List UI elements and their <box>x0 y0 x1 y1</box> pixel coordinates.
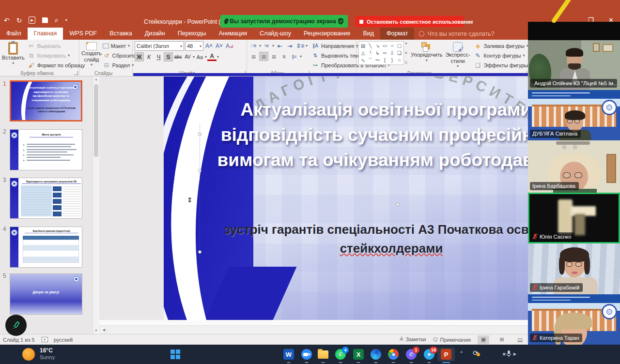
annotation-tool-button[interactable] <box>5 315 27 336</box>
tab-file[interactable]: Файл <box>0 28 28 40</box>
thumbnail-slide-2[interactable]: Мета зустрічі ➤➤➤➤ <box>10 129 82 170</box>
taskbar-powerpoint-active[interactable]: P <box>437 348 455 361</box>
shape-star-icon[interactable]: ☆ <box>396 57 403 64</box>
tab-transitions[interactable]: Переходы <box>171 28 213 40</box>
taskbar-chrome[interactable] <box>386 348 401 361</box>
participant-tile[interactable]: Андрій Олійник КЗ "Ліцей №5 ім… <box>528 40 620 90</box>
tray-sync-icon[interactable]: ⟳ <box>473 349 479 357</box>
print-preview-icon[interactable]: ⌕ <box>55 16 59 24</box>
copy-button[interactable]: ⧉Копировать▾ <box>27 51 86 60</box>
taskbar-viber[interactable]: ✆1 <box>403 348 419 361</box>
undo-icon[interactable]: ↶ <box>4 16 10 24</box>
justify-icon[interactable]: ≣ <box>279 52 289 61</box>
character-spacing-toggle[interactable]: AV <box>183 52 192 61</box>
shape-triangle-icon[interactable]: △ <box>359 49 367 57</box>
tab-slideshow[interactable]: Слайд-шоу <box>253 28 297 40</box>
shrink-font-icon[interactable]: A˅ <box>215 42 224 51</box>
weather-condition[interactable]: Sunny <box>40 354 55 360</box>
qat-customize-icon[interactable]: ▾ <box>65 18 67 22</box>
stop-sharing-button[interactable]: Остановить совместное использование <box>355 16 464 27</box>
selection-handle[interactable] <box>198 250 202 254</box>
tab-home[interactable]: Главная <box>28 28 63 40</box>
reset-button[interactable]: ↺Сбросить <box>102 51 137 60</box>
numbering-icon[interactable]: ¹≡ <box>262 41 271 50</box>
shape-elbow-arrow-icon[interactable]: ↳ <box>374 49 381 57</box>
reading-view-button[interactable]: 🕮 <box>514 335 526 344</box>
selection-handle[interactable] <box>198 169 202 172</box>
shape-callout-icon[interactable]: ❏ <box>396 49 403 57</box>
language-indicator[interactable]: русский <box>54 337 73 343</box>
paste-button[interactable]: Вставить ▾ <box>2 41 25 70</box>
shape-arc-icon[interactable]: ⌒ <box>367 57 374 64</box>
redo-icon[interactable]: ↻ <box>16 16 22 24</box>
clipboard-dialog-launcher-icon[interactable] <box>74 71 78 75</box>
tray-chevron-icon[interactable]: ⌃ <box>459 350 464 357</box>
notes-button[interactable]: ≜Заметки <box>399 336 426 343</box>
start-button[interactable] <box>168 348 183 361</box>
tab-wps-pdf[interactable]: WPS PDF <box>63 28 103 40</box>
selection-handle[interactable] <box>488 139 491 143</box>
cut-button[interactable]: ✂Вырезать <box>27 41 86 50</box>
align-right-icon[interactable]: ▤ <box>269 52 279 61</box>
shape-fill-button[interactable]: ◈Заливка фигуры▾ <box>473 41 533 50</box>
grow-font-icon[interactable]: A˄ <box>204 42 214 51</box>
shape-right-arrow-icon[interactable]: ⇨ <box>381 49 388 57</box>
thumbnails-scrollbar[interactable]: ▲ ▼ <box>93 76 99 334</box>
align-center-icon[interactable]: ▤ <box>259 52 268 61</box>
participant-tile[interactable]: Ірина Гарабажій <box>528 243 620 294</box>
tab-insert[interactable]: Вставка <box>103 28 138 40</box>
normal-view-button[interactable]: ▣ <box>478 335 489 344</box>
shape-brace-right-icon[interactable]: } <box>388 57 396 64</box>
tab-design[interactable]: Дизайн <box>139 28 171 40</box>
participant-tile[interactable]: Катерина Таран <box>528 294 620 345</box>
thumbnail-slide-1[interactable]: Актуалізація освітньої програми відповід… <box>10 80 82 121</box>
tab-animation[interactable]: Анимация <box>212 28 253 40</box>
shape-line-icon[interactable]: ╲ <box>367 42 374 49</box>
selection-handle[interactable] <box>396 203 399 206</box>
start-slideshow-icon[interactable]: ▸ <box>29 16 35 24</box>
shape-scribble-icon[interactable]: ∿ <box>359 57 367 64</box>
comments-button[interactable]: 🗨Примечания <box>433 337 471 343</box>
taskbar-explorer[interactable] <box>315 348 331 361</box>
shape-oval-icon[interactable]: ○ <box>388 42 396 49</box>
shape-curve-icon[interactable]: 〜 <box>374 57 381 64</box>
shape-rounded-rectangle-icon[interactable]: ▢ <box>396 42 403 49</box>
taskbar-whatsapp[interactable]: ✆4 <box>333 348 348 361</box>
strikethrough-toggle[interactable]: abc <box>173 52 183 61</box>
scrollbar-thumb[interactable] <box>94 84 98 157</box>
scroll-up-icon[interactable]: ▲ <box>94 77 98 81</box>
line-spacing-icon[interactable]: ⇕≡ <box>295 41 305 50</box>
tell-me-box[interactable]: Что вы хотите сделать? <box>414 28 499 40</box>
taskbar-excel[interactable]: X <box>351 348 366 361</box>
shapes-scroll-up-icon[interactable]: ▲ <box>404 41 408 45</box>
shape-down-arrow-icon[interactable]: ⇩ <box>388 49 396 57</box>
shape-brace-left-icon[interactable]: { <box>381 57 388 64</box>
change-case-toggle[interactable]: Aa <box>195 52 204 61</box>
taskbar-zoom[interactable] <box>299 348 314 361</box>
participant-tile[interactable]: ДУБ'ЯГА Світлана <box>528 90 620 140</box>
format-painter-button[interactable]: 🖌Формат по образцу <box>27 61 86 70</box>
weather-sun-icon[interactable] <box>22 348 35 361</box>
section-button[interactable]: ⊟Раздел▾ <box>102 61 137 70</box>
align-left-icon[interactable]: ▤ <box>249 52 258 61</box>
shapes-more-icon[interactable]: ᙭ <box>405 61 408 65</box>
font-size-combo[interactable]: 48▾ <box>185 41 203 51</box>
thumbnail-slide-4[interactable]: Виробнича практика (педагогічна) <box>10 227 82 268</box>
tab-view[interactable]: Вид <box>356 28 380 40</box>
selection-handle[interactable] <box>198 133 202 136</box>
underline-toggle[interactable]: Ч <box>154 52 163 61</box>
bullets-icon[interactable]: ∷≡ <box>249 41 258 50</box>
thumbnail-slide-5[interactable]: Дякую за увагу! <box>10 273 82 315</box>
shape-textbox-icon[interactable]: ▤ <box>359 42 367 49</box>
new-slide-button[interactable]: ✦ Создать слайд ▾ <box>81 41 102 70</box>
tray-microphone-icon[interactable]: 𝄪 <box>503 349 512 357</box>
clear-format-icon[interactable]: A◢ <box>225 42 234 51</box>
weather-temperature[interactable]: 16°C <box>40 347 53 354</box>
shape-elbow-icon[interactable]: └ <box>367 49 374 57</box>
layout-button[interactable]: Макет▾ <box>102 41 137 50</box>
shape-outline-button[interactable]: ✎Контур фигуры▾ <box>473 51 533 60</box>
text-shadow-toggle[interactable]: S <box>164 52 173 61</box>
font-color-button[interactable]: А <box>207 53 217 61</box>
shape-arrow-line-icon[interactable]: ↘ <box>374 42 381 49</box>
arrange-button[interactable]: Упорядочить ▾ <box>411 41 442 62</box>
